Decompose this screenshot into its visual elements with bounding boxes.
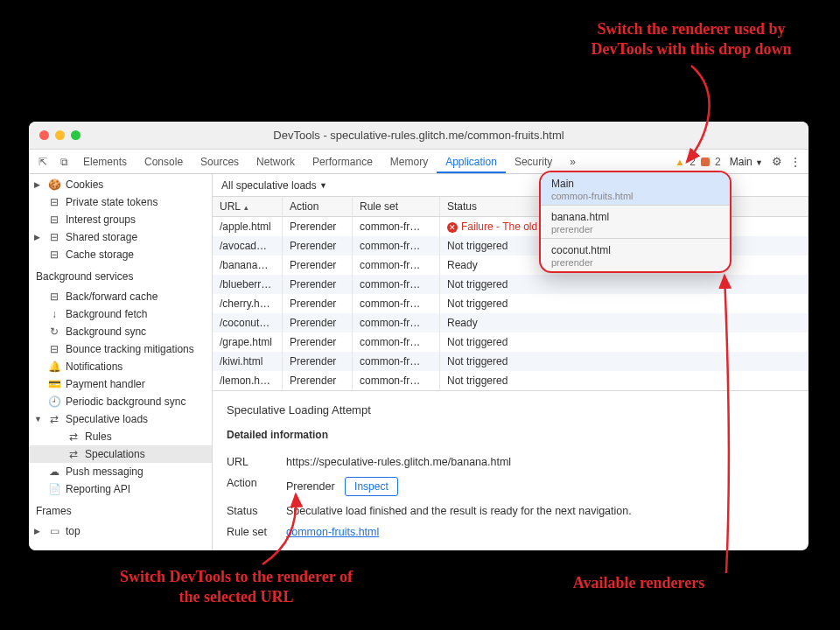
sidebar-icon: ⇄ bbox=[48, 413, 60, 425]
table-row[interactable]: /grape.htmlPrerendercommon-fr…Not trigge… bbox=[213, 332, 808, 352]
sidebar-label: Private state tokens bbox=[66, 196, 158, 208]
sidebar-label: Notifications bbox=[66, 360, 122, 373]
window-controls bbox=[29, 130, 80, 140]
sidebar-item[interactable]: ☁Push messaging bbox=[29, 463, 212, 480]
sidebar-label: Periodic background sync bbox=[66, 396, 186, 408]
issue-counters[interactable]: ▲ 2 2 bbox=[675, 156, 724, 168]
sidebar-item[interactable]: ▼⇄Speculative loads bbox=[29, 410, 212, 428]
sidebar-icon: ⊟ bbox=[48, 214, 60, 226]
close-window-icon[interactable] bbox=[39, 130, 49, 140]
table-row[interactable]: /coconut…Prerendercommon-fr…Ready bbox=[213, 313, 808, 332]
tab-application[interactable]: Application bbox=[437, 150, 506, 173]
table-row[interactable]: /lemon.h…Prerendercommon-fr…Not triggere… bbox=[213, 371, 808, 390]
renderer-option[interactable]: Maincommon-fruits.html bbox=[541, 172, 730, 205]
device-icon[interactable]: ⧉ bbox=[53, 156, 74, 168]
sidebar-label: Reporting API bbox=[66, 483, 130, 495]
detail-ruleset-link[interactable]: common-fruits.html bbox=[286, 526, 379, 538]
sidebar-item[interactable]: ▶🍪Cookies bbox=[29, 176, 212, 193]
column-header[interactable]: Rule set bbox=[353, 197, 440, 216]
sidebar-item[interactable]: ⊟Interest groups bbox=[29, 211, 212, 228]
table-row[interactable]: /blueberr…Prerendercommon-fr…Not trigger… bbox=[213, 275, 808, 294]
tab-console[interactable]: Console bbox=[136, 150, 192, 173]
sidebar-icon: ⊟ bbox=[48, 248, 60, 261]
sidebar-item[interactable]: ⊟Private state tokens bbox=[29, 193, 212, 211]
detail-ruleset-label: Rule set bbox=[227, 526, 276, 538]
sidebar-heading-bg: Background services bbox=[29, 265, 212, 286]
sidebar-label: Background sync bbox=[66, 326, 146, 338]
annotation-top: Switch the renderer used by DevTools wit… bbox=[569, 19, 814, 59]
sidebar-item[interactable]: 💳Payment handler bbox=[29, 375, 212, 393]
renderer-dropdown[interactable]: Maincommon-fruits.htmlbanana.htmlprerend… bbox=[539, 171, 732, 273]
sidebar-item[interactable]: 🕘Periodic background sync bbox=[29, 393, 212, 410]
detail-url-value: https://speculative-rules.glitch.me/bana… bbox=[286, 456, 511, 468]
table-row[interactable]: /cherry.h…Prerendercommon-fr…Not trigger… bbox=[213, 294, 808, 313]
sidebar-label: Shared storage bbox=[66, 231, 137, 243]
sidebar-icon: ⊟ bbox=[48, 343, 60, 355]
sidebar-label: Push messaging bbox=[66, 466, 144, 478]
sidebar-item[interactable]: ↓Background fetch bbox=[29, 305, 212, 323]
sidebar-icon: 🍪 bbox=[48, 178, 60, 191]
tab-elements[interactable]: Elements bbox=[74, 150, 136, 173]
sidebar-item[interactable]: 🔔Notifications bbox=[29, 358, 212, 375]
tab-memory[interactable]: Memory bbox=[382, 150, 437, 173]
annotation-bottom: Switch DevTools to the renderer of the s… bbox=[114, 567, 359, 606]
renderer-option[interactable]: coconut.htmlprerender bbox=[541, 239, 730, 271]
detail-url-label: URL bbox=[227, 456, 276, 468]
detail-action-value: Prerender bbox=[286, 480, 335, 493]
sidebar-icon: 🕘 bbox=[48, 396, 60, 408]
sidebar-item[interactable]: ⊟Cache storage bbox=[29, 246, 212, 263]
sidebar-label: Cache storage bbox=[66, 248, 134, 261]
sidebar-icon: ↓ bbox=[48, 308, 60, 320]
sidebar-item[interactable]: ⇄Rules bbox=[29, 428, 212, 445]
sidebar-label: Rules bbox=[85, 430, 112, 443]
sidebar-label: Bounce tracking mitigations bbox=[66, 343, 194, 355]
frame-selector[interactable]: Main ▼ bbox=[724, 152, 768, 172]
more-icon[interactable]: ⋮ bbox=[786, 155, 805, 169]
chevron-down-icon: ▼ bbox=[755, 158, 763, 167]
maximize-window-icon[interactable] bbox=[71, 130, 80, 140]
inspect-icon[interactable]: ⇱ bbox=[32, 156, 53, 168]
annotation-right: Available renderers bbox=[542, 573, 735, 593]
window-title: DevTools - speculative-rules.glitch.me/c… bbox=[29, 129, 808, 142]
sidebar-icon: ⊟ bbox=[48, 231, 60, 243]
sidebar-item[interactable]: 📄Reporting API bbox=[29, 480, 212, 498]
column-header[interactable]: Action bbox=[283, 197, 353, 216]
tab-performance[interactable]: Performance bbox=[304, 150, 382, 173]
issues-count: 2 bbox=[715, 156, 721, 168]
renderer-option[interactable]: banana.htmlprerender bbox=[541, 206, 730, 238]
sidebar-label: Speculations bbox=[85, 448, 145, 460]
sidebar-icon: ▭ bbox=[48, 525, 60, 537]
sidebar-label: Cookies bbox=[66, 178, 103, 191]
tabs-overflow[interactable]: » bbox=[561, 150, 584, 173]
tab-security[interactable]: Security bbox=[506, 150, 561, 173]
sidebar-item[interactable]: ▶⊟Shared storage bbox=[29, 228, 212, 246]
sidebar-icon: ⊟ bbox=[48, 196, 60, 208]
table-row[interactable]: /kiwi.htmlPrerendercommon-fr…Not trigger… bbox=[213, 352, 808, 371]
sidebar-label: top bbox=[66, 525, 80, 537]
detail-heading: Speculative Loading Attempt bbox=[227, 403, 794, 416]
sidebar-item[interactable]: ▶▭top bbox=[29, 522, 212, 540]
detail-status-value: Speculative load finished and the result… bbox=[286, 505, 632, 517]
warning-count: 2 bbox=[690, 156, 696, 168]
sidebar-icon: ⊟ bbox=[48, 290, 60, 303]
tab-network[interactable]: Network bbox=[248, 150, 304, 173]
column-header[interactable]: URL▴ bbox=[213, 197, 283, 216]
sidebar-item[interactable]: ⊟Back/forward cache bbox=[29, 288, 212, 305]
titlebar: DevTools - speculative-rules.glitch.me/c… bbox=[29, 122, 808, 150]
sidebar-item[interactable]: ↻Background sync bbox=[29, 323, 212, 340]
sidebar-item[interactable]: ⇄Speculations bbox=[29, 445, 212, 463]
sidebar-heading-frames: Frames bbox=[29, 500, 212, 521]
sidebar-label: Background fetch bbox=[66, 308, 147, 320]
settings-icon[interactable]: ⚙ bbox=[768, 155, 786, 168]
error-icon: ✕ bbox=[447, 222, 458, 233]
sidebar-icon: 📄 bbox=[48, 483, 60, 495]
application-sidebar: ▶🍪Cookies⊟Private state tokens⊟Interest … bbox=[29, 174, 213, 550]
minimize-window-icon[interactable] bbox=[55, 130, 65, 140]
sidebar-item[interactable]: ⊟Bounce tracking mitigations bbox=[29, 340, 212, 358]
tab-sources[interactable]: Sources bbox=[192, 150, 248, 173]
sidebar-icon: 🔔 bbox=[48, 360, 60, 373]
detail-panel: Speculative Loading Attempt Detailed inf… bbox=[213, 391, 808, 550]
sidebar-label: Back/forward cache bbox=[66, 290, 158, 303]
sidebar-icon: ⇄ bbox=[67, 448, 80, 460]
inspect-button[interactable]: Inspect bbox=[345, 477, 398, 496]
